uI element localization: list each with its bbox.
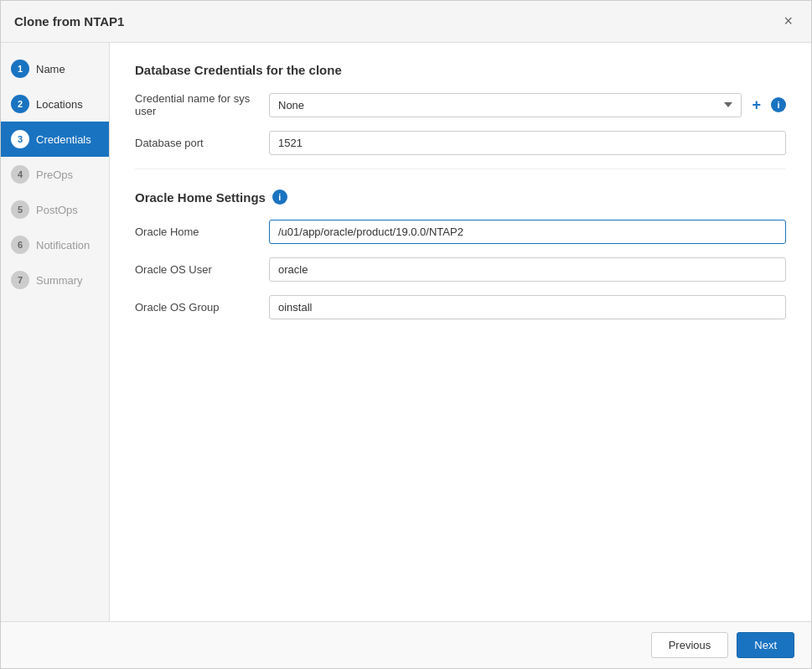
oracle-settings-info-icon[interactable]: i (272, 189, 287, 205)
step-badge-2: 2 (11, 95, 29, 113)
oracle-os-group-control (269, 295, 786, 319)
oracle-home-label: Oracle Home (135, 226, 269, 238)
sidebar-item-postops[interactable]: 5 PostOps (1, 192, 109, 227)
sidebar-item-name[interactable]: 1 Name (1, 51, 109, 86)
oracle-home-group: Oracle Home (135, 220, 786, 244)
database-port-input[interactable] (269, 131, 786, 155)
sidebar-item-label-preops: PreOps (36, 169, 73, 181)
main-content: Database Credentials for the clone Crede… (110, 43, 811, 621)
oracle-os-user-input[interactable] (269, 257, 786, 282)
credential-name-label: Credential name for sys user (135, 92, 269, 117)
step-badge-3: 3 (11, 130, 29, 148)
credential-info-icon[interactable]: i (771, 97, 786, 112)
sidebar-item-label-postops: PostOps (36, 204, 78, 216)
oracle-home-settings-title: Oracle Home Settings (135, 190, 266, 205)
db-credentials-title: Database Credentials for the clone (135, 63, 786, 77)
oracle-os-group-group: Oracle OS Group (135, 295, 786, 319)
section-divider (135, 169, 786, 169)
dialog-footer: Previous Next (1, 621, 811, 668)
database-port-control (269, 131, 786, 155)
oracle-os-user-group: Oracle OS User (135, 257, 786, 282)
sidebar-item-label-summary: Summary (36, 274, 83, 287)
database-port-label: Database port (135, 137, 269, 149)
sidebar-item-locations[interactable]: 2 Locations (1, 86, 109, 122)
close-button[interactable]: × (778, 11, 798, 32)
next-button[interactable]: Next (737, 632, 794, 658)
sidebar: 1 Name 2 Locations 3 Credentials 4 PreOp… (1, 43, 110, 621)
credential-name-control: None + i (269, 93, 786, 117)
credential-name-group: Credential name for sys user None + i (135, 92, 786, 117)
oracle-home-input[interactable] (269, 220, 786, 244)
sidebar-item-credentials[interactable]: 3 Credentials (1, 122, 109, 157)
dialog-title: Clone from NTAP1 (14, 14, 124, 29)
step-badge-1: 1 (11, 60, 29, 78)
previous-button[interactable]: Previous (651, 632, 729, 658)
oracle-os-group-label: Oracle OS Group (135, 301, 269, 314)
credential-name-select[interactable]: None (269, 93, 742, 117)
step-badge-7: 7 (11, 271, 29, 289)
clone-dialog: Clone from NTAP1 × 1 Name 2 Locations 3 … (0, 0, 812, 669)
add-credential-button[interactable]: + (748, 95, 764, 116)
oracle-os-user-label: Oracle OS User (135, 263, 269, 276)
dialog-body: 1 Name 2 Locations 3 Credentials 4 PreOp… (1, 43, 811, 621)
sidebar-item-summary[interactable]: 7 Summary (1, 262, 109, 298)
step-badge-4: 4 (11, 165, 29, 184)
dialog-header: Clone from NTAP1 × (1, 1, 811, 43)
sidebar-item-label-notification: Notification (36, 239, 90, 252)
step-badge-5: 5 (11, 200, 29, 219)
sidebar-item-label-credentials: Credentials (36, 133, 91, 146)
sidebar-item-label-name: Name (36, 63, 65, 75)
oracle-os-group-input[interactable] (269, 295, 786, 319)
oracle-section-header: Oracle Home Settings i (135, 189, 786, 205)
sidebar-item-label-locations: Locations (36, 98, 83, 111)
sidebar-item-notification[interactable]: 6 Notification (1, 227, 109, 262)
oracle-os-user-control (269, 257, 786, 282)
sidebar-item-preops[interactable]: 4 PreOps (1, 157, 109, 192)
step-badge-6: 6 (11, 236, 29, 254)
oracle-home-control (269, 220, 786, 244)
database-port-group: Database port (135, 131, 786, 155)
